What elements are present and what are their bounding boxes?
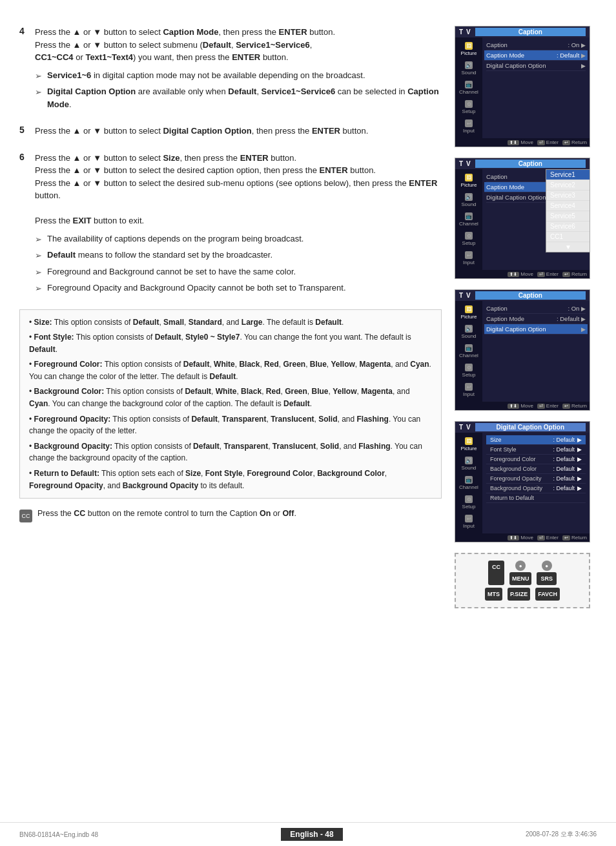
dropdown-service3: Service3 <box>546 191 590 201</box>
channel-icon-3: 📺 <box>465 344 473 352</box>
step-6-bullet-3: ➢ Foreground and Background cannot be se… <box>35 265 442 279</box>
page-number-label: English - 48 <box>290 830 333 839</box>
dco-font-style-label: Font Style <box>490 446 517 453</box>
sidebar-setup-label-3: Setup <box>462 372 476 378</box>
footer-return-label-3: Return <box>571 403 587 409</box>
info-font-style: • Font Style: This option consists of De… <box>29 331 432 355</box>
footer-enter-label-1: Enter <box>546 139 559 145</box>
tv-panel-1-body: 🖼 Picture 🔊 Sound 📺 Channel ⚙ <box>455 37 590 138</box>
footer-move-label-4: Move <box>520 535 533 541</box>
setup-icon-1: ⚙ <box>465 100 473 108</box>
footer-enter-btn-3: ⏎ <box>537 404 545 409</box>
digital-option-label-3: Digital Caption Option <box>486 325 546 333</box>
tv-logo-3: T V <box>459 292 471 299</box>
dco-fg-opacity-label: Foreground Opacity <box>490 475 542 482</box>
step-4-header: 4 Press the ▲ or ▼ button to select Capt… <box>19 26 442 64</box>
picture-icon-4: 🖼 <box>465 437 473 445</box>
footer-move-4: ⬆⬇ Move <box>508 535 533 541</box>
input-icon-4: ↩ <box>465 515 473 522</box>
dropdown-service5: Service5 <box>546 211 590 222</box>
tv-panel-2-title: Caption <box>475 160 586 168</box>
channel-icon-1: 📺 <box>465 81 473 88</box>
dco-fg-color-label: Foreground Color <box>490 456 536 462</box>
left-column: 4 Press the ▲ or ▼ button to select Capt… <box>19 26 442 608</box>
sidebar-picture-3: 🖼 Picture <box>455 304 482 322</box>
footer-enter-label-4: Enter <box>546 535 559 541</box>
main-content: 4 Press the ▲ or ▼ button to select Capt… <box>19 26 597 608</box>
tv-panel-2-topbar: T V Caption <box>455 158 590 169</box>
footer-move-btn-3: ⬆⬇ <box>508 404 519 409</box>
tv-panel-1-topbar: T V Caption <box>455 26 590 37</box>
digital-option-arrow-3: ▶ <box>581 326 586 333</box>
tv-panel-1-footer: ⬆⬇ Move ⏎ Enter ↩ Return <box>455 138 590 147</box>
page-container: 4 Press the ▲ or ▼ button to select Capt… <box>0 0 616 846</box>
footer-enter-btn-4: ⏎ <box>537 535 545 541</box>
tv-panel-1: T V Caption 🖼 Picture 🔊 Sound <box>455 26 590 147</box>
remote-row-1: CC ● MENU ● SRS <box>462 561 582 585</box>
dco-bg-opacity-value: : Default ▶ <box>553 485 582 491</box>
tv-panel-1-title: Caption <box>475 28 586 36</box>
step-6-bullet-4-text: Foreground Opacity and Background Opacit… <box>47 282 346 295</box>
footer-return-label-4: Return <box>571 535 587 541</box>
sidebar-setup-2: ⚙ Setup <box>455 230 482 248</box>
picture-icon-3: 🖼 <box>465 305 473 313</box>
sidebar-input-label-1: Input <box>463 128 475 134</box>
footer-return-btn-2: ↩ <box>562 272 570 277</box>
info-fg-color: • Foreground Color: This option consists… <box>29 358 432 382</box>
tv-panel-4: T V Digital Caption Option 🖼 Picture 🔊 S… <box>455 421 590 542</box>
footer-enter-btn-1: ⏎ <box>537 140 545 145</box>
sound-icon-3: 🔊 <box>465 325 473 333</box>
caption-value-3: : On ▶ <box>568 305 586 312</box>
dropdown-service2: Service2 <box>546 180 590 191</box>
tv-panel-2: T V Caption 🖼 Picture 🔊 Sound <box>455 158 590 279</box>
footer-enter-1: ⏎ Enter <box>537 139 559 145</box>
sidebar-sound-label-1: Sound <box>461 70 476 76</box>
sidebar-setup-label-1: Setup <box>462 108 476 114</box>
digital-option-label-2: Digital Caption Option <box>486 194 546 201</box>
dco-fg-opacity-value: : Default ▶ <box>553 475 582 482</box>
step-6-header: 6 Press the ▲ or ▼ button to select Size… <box>19 152 442 227</box>
step-6-bullet-2-text: Default means to follow the standard set… <box>47 249 272 262</box>
tv-panel-2-body: 🖼 Picture 🔊 Sound 📺 Channel ⚙ <box>455 169 590 270</box>
dco-return-default-label: Return to Default <box>490 495 534 501</box>
sidebar-input-2: ↩ Input <box>455 249 482 267</box>
sound-icon-1: 🔊 <box>465 61 473 69</box>
remote-psize-btn: P.SIZE <box>508 588 530 601</box>
sidebar-channel-label-3: Channel <box>459 353 478 358</box>
footer-right-text: 2008-07-28 오후 3:46:36 <box>526 830 597 839</box>
sidebar-setup-label-4: Setup <box>462 504 476 510</box>
dco-fg-opacity: Foreground Opacity : Default ▶ <box>486 474 586 484</box>
tv-dropdown-2: Service1 Service2 Service3 Service4 Serv… <box>546 169 590 253</box>
caption-mode-label-3: Caption Mode <box>486 315 524 322</box>
footer-return-btn-4: ↩ <box>562 535 570 541</box>
sidebar-input-4: ↩ Input <box>455 513 482 531</box>
caption-label-1: Caption <box>486 41 508 48</box>
sidebar-sound-label-2: Sound <box>461 201 476 207</box>
channel-icon-2: 📺 <box>465 212 473 220</box>
caption-mode-label-2: Caption Mode <box>486 183 524 191</box>
footer-enter-3: ⏎ Enter <box>537 403 559 409</box>
tv-panel-3-main: Caption : On ▶ Caption Mode : Default ▶ … <box>482 301 590 402</box>
tv-panel-4-topbar: T V Digital Caption Option <box>455 422 590 433</box>
tv-panel-4-sidebar: 🖼 Picture 🔊 Sound 📺 Channel ⚙ <box>455 433 482 533</box>
bottom-note: CC Press the CC button on the remote con… <box>19 509 442 522</box>
picture-icon-2: 🖼 <box>465 174 473 181</box>
sidebar-setup-label-2: Setup <box>462 240 476 246</box>
dco-bg-color-label: Background Color <box>490 466 537 472</box>
dco-bg-opacity-label: Background Opacity <box>490 485 542 491</box>
remote-mts-btn: MTS <box>485 588 502 601</box>
tv-panel-3-title: Caption <box>475 291 586 300</box>
dco-return-default: Return to Default <box>486 493 586 503</box>
sidebar-channel-2: 📺 Channel <box>455 211 482 229</box>
sidebar-input-label-2: Input <box>463 260 475 265</box>
step-4-bullet-2: ➢ Digital Caption Option are available o… <box>35 85 442 110</box>
dropdown-service4: Service4 <box>546 201 590 211</box>
sidebar-sound-4: 🔊 Sound <box>455 455 482 473</box>
sidebar-input-1: ↩ Input <box>455 118 482 136</box>
footer-enter-label-2: Enter <box>546 271 559 277</box>
footer-return-btn-3: ↩ <box>562 404 570 409</box>
tv-panel-3: T V Caption 🖼 Picture 🔊 Sound <box>455 289 590 411</box>
sidebar-input-label-3: Input <box>463 391 475 397</box>
setup-icon-2: ⚙ <box>465 232 473 240</box>
sound-icon-2: 🔊 <box>465 193 473 201</box>
